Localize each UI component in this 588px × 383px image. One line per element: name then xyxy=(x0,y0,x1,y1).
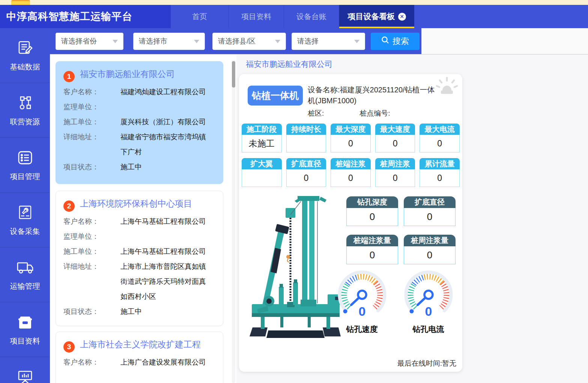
scrollbar-track[interactable] xyxy=(232,60,235,383)
field-label: 施工单位： xyxy=(63,115,120,130)
field-label: 项目状态： xyxy=(63,160,120,175)
stat-value: 0 xyxy=(375,135,415,152)
tab-project-files[interactable]: 项目资料 xyxy=(229,5,284,28)
field-value xyxy=(120,100,212,115)
metric-boxes: 钻孔深度0 扩底直径0 桩端注浆量0 桩周注浆量0 xyxy=(346,196,457,264)
tab-equipment-ledger[interactable]: 设备台账 xyxy=(284,5,339,28)
index-badge: 3 xyxy=(63,341,75,353)
presentation-board-icon xyxy=(16,368,34,383)
field-label: 详细地址： xyxy=(63,130,120,160)
project-title-link[interactable]: 3上海市社会主义学院改扩建工程 xyxy=(63,338,215,353)
gauge-label: 钻孔速度 xyxy=(346,324,378,335)
stat-value: 0 xyxy=(420,135,460,152)
metric-value: 0 xyxy=(346,246,398,264)
field-value: 上海午马基础工程有限公司 xyxy=(120,244,212,259)
project-title-link[interactable]: 1福安市鹏远船业有限公司 xyxy=(63,68,215,82)
scrollbar-thumb[interactable] xyxy=(232,61,235,87)
stat-value xyxy=(286,135,326,152)
generic-select[interactable]: 请选择 xyxy=(292,33,365,50)
stat-box: 扩大翼 xyxy=(242,158,282,187)
field-value xyxy=(120,229,212,244)
tab-home[interactable]: 首页 xyxy=(171,5,229,28)
pile-info-row: 桩区: 桩点编号: xyxy=(308,109,454,118)
stat-value xyxy=(242,169,282,187)
field-value: 福建省宁德市福安市湾坞镇下广村 xyxy=(120,130,212,160)
sidebar-item-joint-resources[interactable]: 联营资源 xyxy=(0,83,50,138)
project-card[interactable]: 3上海市社会主义学院改扩建工程 客户名称：上海广合建设发展有限公司 xyxy=(56,332,223,383)
browser-tab[interactable] xyxy=(11,0,30,5)
metric-value: 0 xyxy=(404,208,456,226)
project-card[interactable]: 2上海环境院环保科创中心项目 客户名称：上海午马基础工程有限公司 监理单位： 施… xyxy=(56,191,223,326)
gauge-label: 钻孔电流 xyxy=(413,324,444,335)
nodes-icon xyxy=(16,94,34,112)
truck-icon xyxy=(16,258,35,276)
chevron-down-icon xyxy=(113,40,118,43)
nav-tabs: 首页 项目资料 设备台账 项目设备看板 ✕ xyxy=(171,5,414,28)
field-label: 客户名称： xyxy=(63,355,120,370)
stats-row-1: 施工阶段未施工 持续时长 最大深度0 最大速度0 最大电流0 xyxy=(242,124,460,152)
stat-box: 施工阶段未施工 xyxy=(242,124,282,152)
filter-bar: 请选择省份 请选择市 请选择县/区 请选择 搜索 xyxy=(50,28,588,54)
pile-area-label: 桩区: xyxy=(308,109,324,118)
gauge-value: 0 xyxy=(425,304,432,318)
device-name: 设备名称:福建厦兴20251120/钻植一体机(JBMF1000) xyxy=(308,84,441,106)
metric-box: 钻孔深度0 xyxy=(346,196,398,226)
sidebar: 基础数据 联营资源 项目管理 xyxy=(0,28,50,383)
field-value: 上海市上海市普陀区真如镇街道武宁路乐天玛特对面真如西村小区 xyxy=(120,259,212,304)
field-value: 上海午马基础工程有限公司 xyxy=(120,214,212,229)
gauge-drill-current: 0 钻孔电流 xyxy=(399,268,458,335)
sidebar-item-project-management[interactable]: 项目管理 xyxy=(0,138,50,193)
chevron-down-icon xyxy=(194,40,199,43)
device-type-badge[interactable]: 钻植一体机 xyxy=(248,86,303,106)
app-window: 中淳高科智慧施工运输平台 首页 项目资料 设备台账 项目设备看板 ✕ 基础数据 xyxy=(0,0,588,383)
stat-box: 最大电流0 xyxy=(420,124,460,152)
stat-value: 0 xyxy=(420,169,460,187)
device-card: 钻植一体机 设备名称:福建厦兴20251120/钻植一体机(JBMF1000) … xyxy=(239,74,462,372)
gauge-value: 0 xyxy=(358,304,365,318)
chevron-down-icon xyxy=(354,40,359,43)
pile-driver-image xyxy=(246,192,345,342)
sidebar-item-project-files[interactable]: 项目资料 xyxy=(0,302,50,357)
wrench-panel-icon xyxy=(16,204,34,222)
stat-box: 桩周注浆0 xyxy=(375,158,415,187)
tab-project-device-board[interactable]: 项目设备看板 ✕ xyxy=(339,5,414,28)
city-select[interactable]: 请选择市 xyxy=(133,33,205,50)
stat-value: 未施工 xyxy=(242,135,282,152)
stat-value: 0 xyxy=(331,169,371,187)
field-label: 客户名称： xyxy=(63,214,120,229)
index-badge: 1 xyxy=(63,71,75,82)
close-icon[interactable]: ✕ xyxy=(398,13,406,21)
field-label: 施工单位： xyxy=(63,244,120,259)
stat-value: 0 xyxy=(375,169,415,187)
last-online-time: 最后在线时间:暂无 xyxy=(397,359,456,368)
stats-row-2: 扩大翼 扩底直径0 桩端注浆0 桩周注浆0 累计流量0 xyxy=(242,158,460,187)
sidebar-item-basic-data[interactable]: 基础数据 xyxy=(0,28,50,83)
project-title-link[interactable]: 2上海环境院环保科创中心项目 xyxy=(63,197,215,212)
document-edit-icon xyxy=(16,39,34,57)
detail-company-link[interactable]: 福安市鹏远船业有限公司 xyxy=(246,59,332,69)
alarm-siren-icon xyxy=(436,75,458,100)
province-select[interactable]: 请选择省份 xyxy=(56,33,123,50)
metric-box: 扩底直径0 xyxy=(404,196,456,226)
field-label: 客户名称： xyxy=(63,84,120,100)
gauge-group: 0 钻孔速度 0 钻孔电流 xyxy=(332,268,458,335)
sidebar-item-smart-screen[interactable]: 智慧大屏 xyxy=(0,357,50,383)
stat-value: 0 xyxy=(286,169,326,187)
sidebar-item-device-collection[interactable]: 设备采集 xyxy=(0,193,50,247)
field-value: 施工中 xyxy=(120,160,212,175)
field-label: 监理单位： xyxy=(63,229,120,244)
field-label: 详细地址： xyxy=(63,259,120,304)
search-button[interactable]: 搜索 xyxy=(371,33,420,50)
project-card[interactable]: 1福安市鹏远船业有限公司 客户名称：福建鸿灿建设工程有限公司 监理单位： 施工单… xyxy=(56,61,223,184)
district-select[interactable]: 请选择县/区 xyxy=(212,33,286,50)
list-folder-icon xyxy=(16,149,34,167)
metric-box: 桩端注浆量0 xyxy=(346,235,398,264)
chevron-down-icon xyxy=(275,40,280,43)
metric-value: 0 xyxy=(346,208,398,226)
sidebar-item-transport-management[interactable]: 运输管理 xyxy=(0,247,50,302)
device-detail-panel: 福安市鹏远船业有限公司 钻植一体机 设备名称:福建厦兴20251120/钻植一体… xyxy=(236,55,588,383)
archive-box-icon xyxy=(16,313,34,331)
field-value: 厦兴科技（浙江）有限公司 xyxy=(120,115,212,130)
index-badge: 2 xyxy=(63,201,75,212)
stat-box: 桩端注浆0 xyxy=(331,158,371,187)
